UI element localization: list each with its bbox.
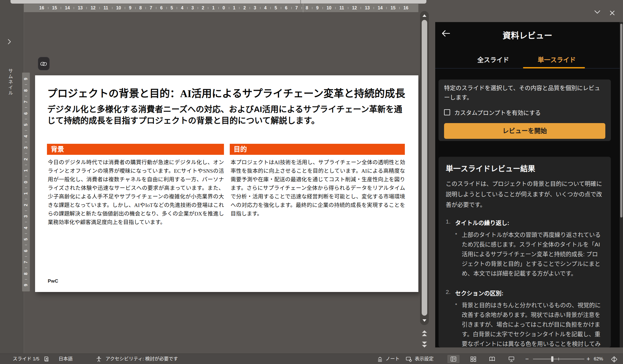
ruler-tick — [270, 7, 271, 9]
ruler-tick — [25, 96, 27, 96]
zoom-out-button[interactable]: − — [525, 354, 529, 364]
ruler-number: 3 — [23, 147, 28, 149]
notes-icon[interactable] — [377, 356, 383, 363]
vertical-scrollbar-thumb[interactable] — [422, 20, 427, 316]
ruler-tick — [323, 7, 323, 9]
chevron-down-icon — [594, 10, 601, 14]
zoom-in-button[interactable]: + — [587, 354, 590, 364]
ruler-number: 14 — [378, 4, 383, 12]
zoom-level[interactable]: 62% — [594, 354, 603, 364]
fit-to-window-icon[interactable] — [611, 356, 617, 363]
results-summary: このスライドは、プロジェクトの背景と目的について明確に説明しようとしていることが… — [446, 179, 604, 210]
accessibility-icon[interactable] — [96, 356, 102, 363]
review-item: 1.タイトルの繰り返し:•上部のタイトルが本文の冒頭で再度繰り返されているため冗… — [446, 218, 604, 278]
ruler-tick — [25, 222, 27, 222]
ruler-tick — [135, 7, 136, 9]
ruler-number: 1 — [212, 4, 215, 12]
ruler-number: 10 — [326, 4, 331, 12]
next-slide-button[interactable] — [420, 340, 429, 349]
ruler-tick — [399, 7, 400, 9]
ruler-tick — [25, 279, 27, 280]
review-results-card: 単一スライドレビュー結果 このスライドは、プロジェクトの背景と目的について明確に… — [439, 157, 611, 347]
section-header-purpose[interactable]: 目的 — [230, 144, 405, 155]
review-item-title: セクションの区別: — [455, 289, 503, 297]
panel-close-button[interactable] — [609, 10, 615, 16]
tab-single-slide[interactable]: 単一スライド — [526, 55, 587, 64]
display-settings-button[interactable]: 表示設定 — [415, 354, 434, 364]
ruler-tick — [25, 153, 27, 153]
ruler-number: 7 — [295, 4, 298, 12]
normal-view-button[interactable] — [447, 355, 460, 363]
ruler-tick — [25, 165, 27, 165]
slide-indicator[interactable]: スライド 1/5 — [13, 354, 39, 364]
double-chevron-down-icon — [421, 341, 427, 348]
start-review-button[interactable]: レビューを開始 — [444, 123, 605, 139]
bullet-icon: • — [455, 300, 462, 347]
accessibility-status[interactable]: アクセシビリティ: 検討が必要です — [105, 354, 178, 364]
ruler-number: 5 — [23, 124, 28, 126]
ruler-number: 4 — [23, 135, 28, 137]
scroll-down-icon[interactable] — [423, 319, 426, 322]
section-header-background[interactable]: 背景 — [47, 144, 224, 155]
ruler-tick — [386, 7, 387, 9]
ruler-number: 4 — [23, 227, 28, 229]
notes-button[interactable]: ノート — [386, 354, 400, 364]
section-body-background[interactable]: 今日のデジタル時代では消費者の購買行動が急速にデジタル化し、オンラインとオフライ… — [48, 158, 224, 227]
slide-canvas[interactable]: プロジェクトの背景と目的：AI活用によるサプライチェーン変革と持続的成長 デジタ… — [35, 75, 418, 292]
zoom-slider-thumb[interactable] — [551, 356, 553, 362]
panel-scrollbar-thumb[interactable] — [620, 24, 622, 217]
spellcheck-icon[interactable] — [44, 356, 50, 362]
review-item-number: 2. — [446, 289, 455, 297]
copilot-icon — [40, 61, 47, 67]
ruler-number: 15 — [52, 4, 57, 12]
expand-thumbnails-icon[interactable] — [7, 39, 12, 45]
ruler-number: 12 — [91, 4, 96, 12]
results-item-list: 1.タイトルの繰り返し:•上部のタイトルが本文の冒頭で再度繰り返されているため冗… — [446, 218, 604, 347]
ruler-number: 1 — [233, 4, 236, 12]
horizontal-scrollbar[interactable] — [10, 0, 426, 4]
ruler-tick — [260, 7, 260, 9]
custom-prompt-checkbox-row[interactable]: カスタムプロンプトを有効にする — [444, 108, 541, 116]
review-task-pane: 資料レビュー 全スライド 単一スライド 特定のスライドを選択して、その内容と品質… — [435, 22, 620, 347]
ruler-number: 1 — [23, 192, 28, 195]
scroll-up-icon[interactable] — [423, 14, 426, 17]
ruler-tick — [25, 130, 27, 131]
ruler-tick — [25, 142, 27, 142]
reading-view-button[interactable] — [486, 355, 498, 363]
ruler-tick — [302, 7, 302, 9]
ruler-number: 0 — [23, 181, 28, 183]
thumbnail-pane-collapsed[interactable]: サムネイル — [0, 0, 24, 354]
previous-slide-button[interactable] — [420, 329, 429, 338]
ruler-tick — [125, 7, 125, 9]
slide-sorter-view-button[interactable] — [467, 355, 479, 363]
panel-collapse-button[interactable] — [594, 10, 601, 14]
review-item-number: 1. — [446, 218, 455, 227]
ruler-number: 8 — [306, 4, 308, 12]
display-settings-icon[interactable] — [405, 356, 413, 363]
custom-prompt-checkbox[interactable] — [444, 109, 450, 115]
ruler-tick — [146, 7, 146, 9]
ruler-number: 9 — [23, 78, 28, 80]
ruler-number: 4 — [264, 4, 266, 12]
ruler-tick — [291, 7, 292, 9]
vertical-ruler: 9876543210123456789 — [22, 73, 30, 291]
copilot-button[interactable] — [38, 57, 50, 70]
ruler-number: 6 — [23, 112, 28, 115]
ruler-tick — [312, 7, 312, 9]
ruler-number: 2 — [243, 4, 246, 12]
ruler-tick — [208, 7, 208, 9]
ruler-tick — [361, 7, 361, 9]
double-chevron-up-icon — [421, 330, 427, 337]
ruler-number: 15 — [390, 4, 395, 12]
slide-title[interactable]: プロジェクトの背景と目的：AI活用によるサプライチェーン変革と持続的成長 — [47, 85, 409, 100]
ruler-tick — [348, 7, 348, 9]
tab-active-indicator — [523, 67, 585, 68]
slideshow-view-button[interactable] — [505, 355, 518, 363]
ruler-tick — [218, 7, 219, 9]
section-body-purpose[interactable]: 本プロジェクトはAI技術を活用し、サプライチェーン全体の透明性と効率性を抜本的に… — [231, 158, 405, 218]
language-status[interactable]: 日本語 — [59, 354, 73, 364]
ruler-number: 0 — [223, 4, 225, 12]
vertical-scrollbar[interactable] — [420, 11, 429, 325]
tab-all-slides[interactable]: 全スライド — [463, 55, 524, 64]
slide-subtitle[interactable]: デジタル化と多様化する消費者ニーズへの対応、およびAI活用によるサプライチェーン… — [47, 103, 406, 126]
